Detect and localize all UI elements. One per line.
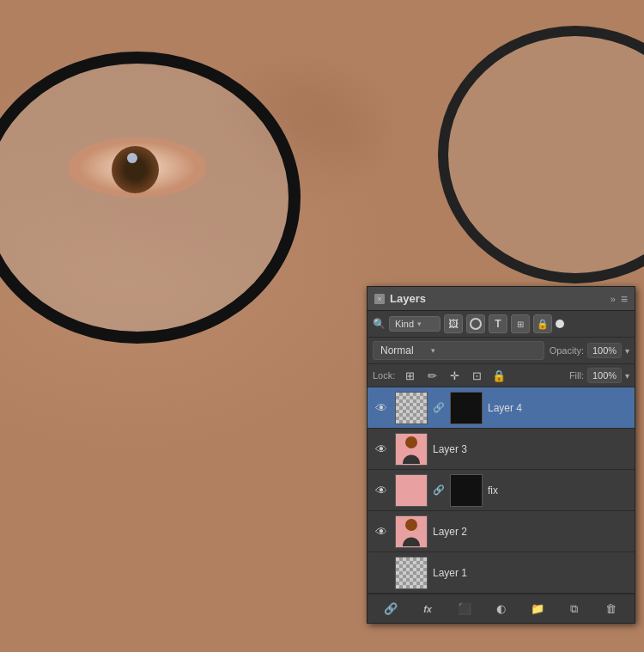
thumbnail-checker [396,558,427,588]
opacity-label: Opacity: [550,345,584,356]
layer-mask-thumbnail [450,474,483,507]
layer-thumbnail [395,557,428,589]
delete-icon: 🗑 [605,602,617,615]
layer-visibility-toggle[interactable]: 👁 [373,399,390,417]
filter-type-button[interactable]: T [489,314,507,333]
layer-row[interactable]: 👁 Layer 2 [368,511,635,552]
lock-all-button[interactable]: 🔒 [491,368,507,383]
fx-icon: fx [423,604,432,614]
filter-lock-button[interactable]: 🔒 [533,314,552,333]
filter-image-button[interactable]: 🖼 [444,314,463,333]
kind-dropdown[interactable]: Kind ▾ [389,316,440,332]
layer-thumbnail [395,474,428,507]
panel-close-button[interactable]: × [374,294,385,304]
panel-menu-button[interactable]: ≡ [621,292,628,306]
blend-mode-chevron: ▾ [431,346,435,355]
layer-thumbnail [395,392,428,424]
thumbnail-black [451,475,482,506]
layer-row[interactable]: 👁 🔗 Layer 4 [368,387,635,429]
layer-visibility-toggle[interactable]: 👁 [373,523,390,540]
adjustment-icon: ◐ [496,602,506,615]
filter-dot [556,320,564,328]
layer-visibility-toggle[interactable]: 👁 [373,482,390,499]
svg-point-0 [405,436,417,448]
thumbnail-pink [396,516,427,547]
thumbnail-pink [396,475,427,506]
lock-icon: 🔒 [537,319,549,330]
layers-panel: × Layers » ≡ 🔍 Kind ▾ 🖼 T ⊞ 🔒 [367,286,635,624]
shape-icon: ⊞ [517,320,524,329]
fill-section: Fill: 100% ▾ [569,368,629,383]
delete-layer-button[interactable]: 🗑 [602,600,621,618]
search-icon: 🔍 [373,318,386,330]
layer-name: Layer 1 [433,567,629,579]
new-group-button[interactable]: 📁 [528,600,547,618]
lock-transparent-button[interactable]: ⊞ [402,368,417,383]
person-svg [399,435,423,464]
layer-name: Layer 3 [433,443,629,455]
lock-move-button[interactable]: ✛ [447,368,462,383]
lock-paint-button[interactable]: ✏ [424,368,440,383]
fill-label: Fill: [569,370,584,381]
new-fill-button[interactable]: ⬛ [455,600,474,618]
new-layer-button[interactable]: ⧉ [565,600,584,618]
thumbnail-black [451,393,482,423]
thumbnail-pink [396,434,427,465]
layer-thumbnail [395,433,428,466]
lock-artboard-button[interactable]: ⊡ [469,368,484,383]
panel-title-left: × Layers [374,292,426,305]
fill-icon: ⬛ [458,602,471,615]
lock-all-icon: 🔒 [492,369,506,382]
adjustment-button[interactable]: ◐ [491,600,510,618]
layer-name: Layer 2 [433,526,629,538]
adjustment-icon [470,318,482,330]
lock-artboard-icon: ⊡ [472,369,482,382]
opacity-section: Opacity: 100% ▾ [550,343,629,358]
layer-row[interactable]: 👁 🔗 fix [368,470,635,511]
lock-transparent-icon: ⊞ [405,369,415,382]
layer-visibility-toggle[interactable] [373,564,390,582]
thumbnail-checker [396,393,427,423]
filter-shape-button[interactable]: ⊞ [511,314,530,333]
layer-row[interactable]: 👁 Layer 3 [368,429,635,470]
filter-row: 🔍 Kind ▾ 🖼 T ⊞ 🔒 [368,311,635,338]
blend-mode-row: Normal ▾ Opacity: 100% ▾ [368,338,635,364]
lock-row: Lock: ⊞ ✏ ✛ ⊡ 🔒 Fill: 100% ▾ [368,364,635,387]
opacity-input[interactable]: 100% [587,343,622,358]
layer-thumbnail [395,515,428,548]
image-icon: 🖼 [448,318,459,330]
kind-chevron: ▾ [417,320,422,328]
new-layer-icon: ⧉ [570,602,578,616]
layer-link-icon: 🔗 [433,484,445,497]
type-icon: T [495,318,501,330]
fill-input[interactable]: 100% [587,368,622,383]
layer-name: fix [488,484,629,497]
layer-visibility-toggle[interactable]: 👁 [373,441,390,458]
layer-mask-thumbnail [450,392,483,424]
eye-highlight [127,153,137,163]
filter-adjustment-button[interactable] [466,314,485,333]
panel-titlebar: × Layers » ≡ [368,287,635,311]
group-icon: 📁 [531,602,544,615]
fx-button[interactable]: fx [418,600,437,618]
eye [69,137,206,198]
person-svg-2 [399,517,423,546]
lock-paint-icon: ✏ [428,369,437,382]
panel-collapse-button[interactable]: » [611,294,616,304]
kind-label: Kind [395,319,414,329]
link-icon: 🔗 [384,602,398,615]
link-layers-button[interactable]: 🔗 [381,600,400,618]
panel-title: Layers [390,292,426,305]
lock-move-icon: ✛ [450,369,459,382]
panel-toolbar: 🔗 fx ⬛ ◐ 📁 ⧉ 🗑 [368,594,635,623]
blend-mode-dropdown[interactable]: Normal ▾ [373,341,544,360]
layer-link-icon: 🔗 [433,402,445,414]
blend-mode-label: Normal [380,344,414,356]
layer-row[interactable]: Layer 1 [368,552,635,594]
svg-point-1 [405,519,417,531]
lock-label: Lock: [373,370,395,381]
layer-name: Layer 4 [488,402,629,414]
opacity-chevron[interactable]: ▾ [625,346,629,356]
fill-chevron[interactable]: ▾ [625,371,629,381]
